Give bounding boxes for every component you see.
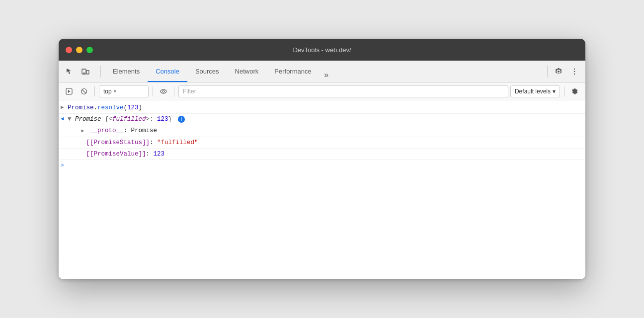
svg-point-9 bbox=[161, 89, 166, 93]
expand-arrow-1[interactable]: ▶ bbox=[61, 103, 68, 110]
svg-point-5 bbox=[574, 73, 575, 74]
console-row-2: ◀ ▼ Promise {<fulfilled>: 123} i bbox=[59, 114, 585, 125]
context-selector-arrow: ▾ bbox=[114, 88, 116, 94]
console-divider-3 bbox=[174, 86, 174, 96]
inspect-element-button[interactable] bbox=[63, 65, 77, 79]
devtools-tabs: Elements Console Sources Network Perform… bbox=[105, 61, 543, 82]
svg-point-10 bbox=[162, 90, 164, 92]
tab-elements[interactable]: Elements bbox=[105, 61, 148, 82]
device-toolbar-button[interactable] bbox=[79, 65, 92, 79]
clear-console-button[interactable] bbox=[78, 85, 90, 98]
live-expression-button[interactable] bbox=[157, 85, 170, 98]
console-row-4: [[PromiseStatus]]: "fulfilled" bbox=[59, 137, 585, 149]
run-script-button[interactable] bbox=[63, 85, 76, 98]
titlebar: DevTools - web.dev/ bbox=[59, 39, 585, 61]
log-levels-button[interactable]: Default levels ▾ bbox=[510, 85, 560, 97]
minimize-button[interactable] bbox=[76, 47, 82, 53]
console-row-3: ▶ __proto__: Promise bbox=[59, 125, 585, 137]
settings-button[interactable] bbox=[552, 65, 565, 79]
levels-arrow-icon: ▾ bbox=[553, 88, 556, 95]
toolbar-divider-left bbox=[100, 66, 101, 78]
svg-point-3 bbox=[574, 68, 575, 69]
devtools-toolbar: Elements Console Sources Network Perform… bbox=[59, 61, 585, 82]
tab-performance[interactable]: Performance bbox=[266, 61, 319, 82]
svg-point-4 bbox=[574, 71, 575, 72]
more-options-button[interactable] bbox=[567, 65, 581, 79]
svg-rect-1 bbox=[86, 71, 89, 74]
console-divider-1 bbox=[94, 86, 95, 96]
tab-console[interactable]: Console bbox=[148, 61, 187, 82]
context-selector[interactable]: top ▾ bbox=[99, 85, 149, 97]
input-prompt-icon: > bbox=[61, 162, 68, 168]
tab-sources[interactable]: Sources bbox=[187, 61, 227, 82]
close-button[interactable] bbox=[66, 47, 72, 53]
console-divider-2 bbox=[153, 86, 153, 96]
console-input-line[interactable]: > bbox=[59, 160, 585, 170]
console-divider-4 bbox=[564, 86, 564, 96]
traffic-lights bbox=[66, 47, 93, 53]
toolbar-right-controls bbox=[552, 65, 581, 79]
window-title: DevTools - web.dev/ bbox=[293, 46, 351, 54]
console-row-5: [[PromiseValue]]: 123 bbox=[59, 149, 585, 160]
toolbar-divider-right bbox=[547, 66, 548, 78]
console-row-1: ▶ Promise.resolve(123) bbox=[59, 102, 585, 114]
console-output: ▶ Promise.resolve(123) ◀ ▼ Promise {<ful… bbox=[59, 100, 585, 279]
toolbar-left-icons bbox=[63, 65, 92, 79]
filter-input[interactable] bbox=[178, 85, 508, 97]
devtools-window: DevTools - web.dev/ Elements bbox=[59, 39, 585, 279]
expand-arrow-2[interactable]: ◀ bbox=[61, 115, 68, 122]
proto-expand[interactable]: ▶ bbox=[81, 127, 86, 136]
tab-network[interactable]: Network bbox=[227, 61, 267, 82]
console-settings-button[interactable] bbox=[568, 85, 581, 98]
svg-line-8 bbox=[82, 89, 86, 93]
expand-arrow-3 bbox=[61, 126, 68, 127]
console-toolbar: top ▾ Default levels ▾ bbox=[59, 82, 585, 100]
info-badge[interactable]: i bbox=[178, 116, 185, 123]
more-tabs-button[interactable]: » bbox=[320, 68, 333, 82]
maximize-button[interactable] bbox=[86, 47, 93, 53]
